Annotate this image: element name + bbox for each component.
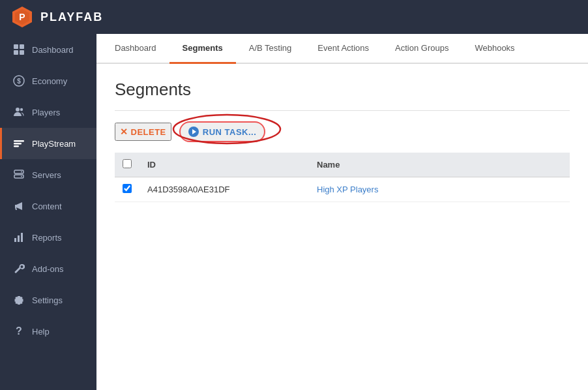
sidebar-item-addons[interactable]: Add-ons: [0, 253, 96, 284]
sidebar-label-playstream: PlayStream: [32, 139, 76, 149]
megaphone-icon: [12, 200, 25, 213]
playfab-logo-icon: P: [10, 5, 34, 29]
wrench-icon: [12, 262, 25, 275]
server-icon: [12, 168, 25, 181]
svg-point-10: [20, 108, 23, 111]
row-name: High XP Players: [309, 177, 570, 202]
x-icon: ✕: [120, 127, 128, 137]
tab-abtesting[interactable]: A/B Testing: [236, 34, 305, 64]
tab-actiongroups[interactable]: Action Groups: [382, 34, 462, 64]
coin-icon: $: [12, 74, 25, 87]
grid-icon: [12, 43, 25, 56]
svg-rect-18: [14, 238, 16, 242]
sidebar-label-players: Players: [32, 108, 60, 117]
sidebar-label-reports: Reports: [32, 233, 62, 243]
table-header-row: ID Name: [115, 153, 570, 177]
svg-point-9: [16, 108, 20, 112]
sidebar-item-players[interactable]: Players: [0, 97, 96, 128]
segment-name-link[interactable]: High XP Players: [317, 185, 378, 194]
sidebar-item-reports[interactable]: Reports: [0, 222, 96, 253]
sidebar-item-dashboard[interactable]: Dashboard: [0, 34, 96, 65]
page-content: Segments ✕ DELETE RUN TASK...: [96, 64, 588, 390]
svg-point-17: [21, 176, 22, 177]
row-checkbox[interactable]: [123, 184, 132, 193]
logo-text: PLAYFAB: [40, 10, 103, 24]
tab-segments[interactable]: Segments: [169, 34, 236, 64]
play-icon: [188, 127, 199, 137]
content-area: Dashboard Segments A/B Testing Event Act…: [96, 34, 588, 390]
select-all-checkbox[interactable]: [123, 159, 132, 168]
svg-rect-20: [21, 233, 23, 242]
svg-rect-19: [18, 235, 20, 242]
svg-rect-3: [14, 44, 18, 49]
stream-icon: [12, 137, 25, 150]
sidebar-item-content[interactable]: Content: [0, 190, 96, 222]
col-header-id: ID: [140, 153, 309, 177]
row-checkbox-cell: [115, 177, 140, 202]
sidebar-label-settings: Settings: [32, 295, 63, 305]
logo-area: P PLAYFAB: [10, 5, 103, 29]
sidebar-item-economy[interactable]: $ Economy: [0, 65, 96, 97]
chart-icon: [12, 231, 25, 244]
run-task-button[interactable]: RUN TASK...: [179, 121, 266, 142]
divider: [115, 110, 570, 111]
svg-text:P: P: [19, 12, 25, 22]
segments-table: ID Name A41D3598A0AE31DF High XP Players: [115, 153, 570, 202]
sidebar-label-servers: Servers: [32, 170, 61, 180]
main-layout: Dashboard $ Economy Players: [0, 34, 588, 390]
sidebar-item-help[interactable]: ? Help: [0, 316, 96, 347]
sidebar-label-economy: Economy: [32, 76, 67, 86]
tab-bar: Dashboard Segments A/B Testing Event Act…: [96, 34, 588, 64]
question-icon: ?: [12, 325, 25, 338]
page-title: Segments: [115, 80, 570, 100]
svg-rect-12: [14, 143, 22, 145]
run-task-wrapper: RUN TASK...: [179, 121, 266, 142]
sidebar-item-settings[interactable]: Settings: [0, 284, 96, 316]
sidebar-label-content: Content: [32, 202, 62, 211]
action-bar: ✕ DELETE RUN TASK...: [115, 121, 570, 142]
svg-rect-6: [20, 50, 24, 55]
svg-rect-4: [20, 44, 24, 49]
delete-button[interactable]: ✕ DELETE: [115, 123, 171, 141]
sidebar-item-playstream[interactable]: PlayStream: [0, 128, 96, 159]
people-icon: [12, 106, 25, 119]
svg-rect-11: [14, 140, 24, 142]
sidebar-label-addons: Add-ons: [32, 264, 63, 274]
top-header: P PLAYFAB: [0, 0, 588, 34]
sidebar-label-dashboard: Dashboard: [32, 45, 74, 55]
sidebar-item-servers[interactable]: Servers: [0, 159, 96, 190]
tab-webhooks[interactable]: Webhooks: [462, 34, 527, 64]
svg-rect-5: [14, 50, 18, 55]
col-header-name: Name: [309, 153, 570, 177]
svg-rect-13: [14, 145, 19, 147]
col-header-checkbox: [115, 153, 140, 177]
sidebar: Dashboard $ Economy Players: [0, 34, 96, 390]
gear-icon: [12, 293, 25, 307]
table-row: A41D3598A0AE31DF High XP Players: [115, 177, 570, 202]
svg-point-16: [21, 172, 22, 173]
sidebar-label-help: Help: [32, 327, 50, 337]
svg-text:$: $: [17, 78, 21, 85]
svg-text:?: ?: [16, 325, 22, 337]
row-id: A41D3598A0AE31DF: [140, 177, 309, 202]
tab-dashboard[interactable]: Dashboard: [102, 34, 169, 64]
tab-eventactions[interactable]: Event Actions: [304, 34, 382, 64]
